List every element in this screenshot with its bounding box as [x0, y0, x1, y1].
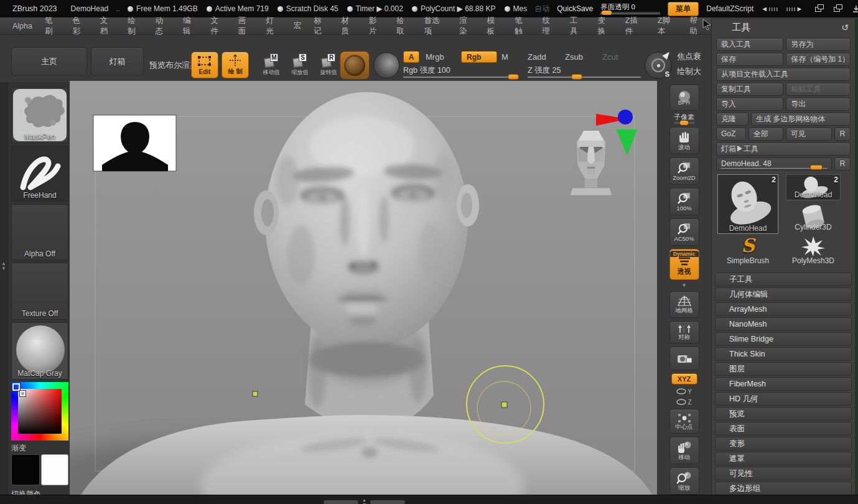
scroll-button[interactable]: 滚动	[669, 127, 699, 154]
paste-tool-button[interactable]: 粘贴工具	[786, 83, 851, 96]
menu-item[interactable]: 纹理	[536, 16, 564, 37]
tool-thumb-demohead-active[interactable]: 2 DemoHead	[717, 174, 778, 234]
subpalette-row[interactable]: Thick Skin	[715, 347, 852, 361]
make-polymesh-button[interactable]: 生成 多边形网格物体	[751, 113, 851, 126]
menu-item[interactable]: 笔刷	[39, 16, 66, 37]
main-color-swatch[interactable]	[11, 454, 40, 485]
spix-slider[interactable]: 子像素	[674, 114, 695, 124]
save-as-button[interactable]: 另存为	[786, 38, 851, 51]
rotate-gyro-button[interactable]: R 旋转值	[316, 54, 341, 78]
auto-toggle[interactable]: 自动	[534, 4, 549, 14]
menu-item[interactable]: 编辑	[177, 16, 204, 37]
menu-item[interactable]: 工具	[564, 16, 591, 37]
load-tool-button[interactable]: 载入工具	[716, 38, 783, 51]
menu-item[interactable]: 文档	[94, 16, 121, 37]
move-gyro-button[interactable]: M 移动值	[259, 54, 284, 78]
menu-item[interactable]: 画面	[232, 16, 259, 37]
copy-tool-button[interactable]: 复制工具	[716, 83, 783, 96]
goz-all-button[interactable]: 全部	[748, 128, 783, 141]
subpalette-row[interactable]: 图层	[715, 362, 852, 376]
tablet-left-icon[interactable]: ◄ıııı	[761, 5, 778, 12]
ui-opacity-track[interactable]	[600, 12, 660, 14]
zscript-button[interactable]: DefaultZScript	[706, 4, 753, 13]
palette-reset-icon[interactable]: ↺	[841, 22, 849, 32]
aahalf-button[interactable]: AC50%	[669, 218, 699, 246]
subpalette-row[interactable]: HD 几何	[715, 392, 852, 406]
minimize-icon[interactable]	[852, 5, 858, 12]
menu-item[interactable]: 变换	[591, 16, 618, 37]
focal-shift-dial[interactable]: S	[645, 52, 672, 79]
current-brush-thumb[interactable]: MaskPen	[11, 87, 68, 143]
frame-center-button[interactable]: 中心点	[669, 409, 699, 434]
subpalette-row[interactable]: NanoMesh	[715, 317, 852, 331]
menu-item[interactable]: 宏	[287, 21, 308, 31]
save-increment-button[interactable]: 保存（编号加 1）	[786, 53, 851, 66]
menu-item[interactable]: 拾取	[390, 16, 417, 37]
ui-opacity-handle[interactable]	[602, 11, 612, 15]
material-slot-thumb[interactable]: MatCap Gray	[11, 322, 68, 380]
tray-resize-handle[interactable]	[0, 82, 8, 504]
save-button[interactable]: 保存	[716, 53, 783, 66]
subpalette-row[interactable]: 子工具	[715, 273, 852, 286]
channel-mrgb-button[interactable]: Mrgb	[426, 52, 444, 62]
divider-bar-left[interactable]	[324, 500, 358, 504]
tool-thumb-polymesh3d[interactable]: PolyMesh3D	[786, 236, 841, 265]
clone-button[interactable]: 克隆	[716, 113, 748, 126]
subpalette-row[interactable]: ArrayMesh	[715, 302, 852, 316]
actual-size-button[interactable]: 100%	[669, 188, 699, 215]
export-button[interactable]: 导出	[786, 98, 851, 111]
menu-item[interactable]: 文件	[204, 16, 231, 37]
subpalette-row[interactable]: 多边形组	[715, 482, 852, 495]
menu-item[interactable]: 模板	[481, 16, 508, 37]
rgb-intensity-handle[interactable]	[508, 74, 519, 80]
subpalette-row[interactable]: FiberMesh	[715, 377, 852, 391]
tablet-right-icon[interactable]: ıııı►	[786, 5, 803, 12]
floor-grid-button[interactable]: 地网格	[669, 291, 699, 319]
canvas[interactable]	[70, 81, 657, 495]
shelf-collapse-arrow-icon[interactable]: ▼	[682, 283, 687, 288]
current-stroke-thumb[interactable]: FreeHand	[11, 146, 68, 202]
divider-arrows-icon[interactable]: ▲▼	[362, 498, 366, 504]
lightbox-tab[interactable]: 灯箱	[91, 47, 144, 76]
paste-screen-icon[interactable]	[834, 4, 844, 13]
y-rotation-button[interactable]: Y	[676, 388, 692, 395]
hue-marker[interactable]	[12, 383, 20, 391]
tool-thumb-cylinder3d[interactable]: Cylinder3D	[786, 203, 841, 231]
tray-collapse-arrows-icon[interactable]: ▲▼	[1, 261, 6, 271]
subpalette-row[interactable]: 几何体编辑	[715, 287, 852, 301]
goz-button[interactable]: GoZ	[716, 128, 746, 141]
subpalette-row[interactable]: 表面	[715, 422, 852, 436]
copy-screen-icon[interactable]	[815, 4, 825, 13]
import-button[interactable]: 导入	[716, 98, 783, 111]
zcut-button[interactable]: Zcut	[602, 52, 618, 62]
active-tool-r-button[interactable]: R	[834, 157, 851, 170]
local-symmetry-button[interactable]: 对称	[669, 321, 699, 343]
z-intensity-slider[interactable]: Z 强度 25	[528, 66, 641, 80]
menu-item[interactable]: 标记	[307, 16, 335, 37]
zsub-button[interactable]: Zsub	[565, 52, 583, 62]
gradient-label[interactable]: 渐变	[11, 443, 26, 454]
z-rotation-button[interactable]: Z	[676, 398, 691, 406]
goz-r-button[interactable]: R	[834, 128, 851, 141]
menu-item[interactable]: Z脚本	[651, 16, 684, 37]
material-preview-sphere[interactable]	[373, 52, 399, 78]
goz-visible-button[interactable]: 可见	[786, 128, 832, 141]
menu-item[interactable]: 影片	[363, 16, 390, 37]
alpha-slot-thumb[interactable]: Alpha Off	[11, 204, 68, 260]
tool-thumb-simplebrush[interactable]: S SimpleBrush	[717, 236, 778, 265]
divider-bar-right[interactable]	[370, 500, 405, 504]
zoom2d-button[interactable]: Zoom2D	[669, 157, 699, 185]
color-picker[interactable]	[11, 382, 68, 441]
rgb-intensity-slider[interactable]: Rgb 强度 100	[403, 66, 516, 80]
dynamic-persp-button[interactable]: Dynamic 透视	[669, 249, 699, 280]
subpalette-row[interactable]: 可见性	[715, 467, 852, 480]
load-from-project-button[interactable]: 从项目文件载入工具	[716, 68, 851, 81]
xyz-rotation-button[interactable]: XYZ	[671, 373, 697, 385]
secondary-color-swatch[interactable]	[41, 454, 68, 485]
subpalette-row[interactable]: Slime Bridge	[715, 332, 852, 346]
menu-item[interactable]: 首选项	[418, 16, 454, 37]
menu-item[interactable]: 灯光	[259, 16, 287, 37]
menu-item[interactable]: Alpha	[6, 22, 39, 30]
current-material-button[interactable]	[340, 51, 370, 80]
active-tool-slider-handle[interactable]	[810, 165, 823, 170]
